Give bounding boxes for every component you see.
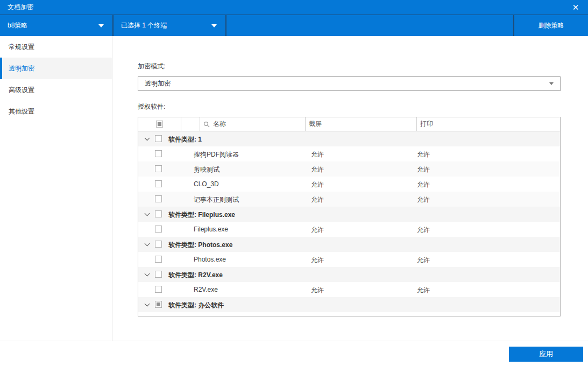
footer: 应用: [0, 341, 588, 366]
main-content: 加密模式: 透明加密 授权软件: 名称 截屏: [112, 36, 588, 341]
table-row[interactable]: WPS Office允许允许: [138, 312, 560, 316]
table-row[interactable]: 搜狗PDF阅读器允许允许: [138, 146, 560, 161]
table-row[interactable]: Fileplus.exe允许允许: [138, 222, 560, 237]
encrypt-mode-value: 透明加密: [145, 79, 171, 88]
column-header-screenshot: 截屏: [309, 119, 322, 129]
app-body: 常规设置 透明加密 高级设置 其他设置 加密模式: 透明加密 授权软件:: [0, 36, 588, 341]
sidebar-item-advanced[interactable]: 高级设置: [0, 79, 112, 101]
table-row[interactable]: R2V.exe允许允许: [138, 282, 560, 297]
software-name: 搜狗PDF阅读器: [194, 150, 239, 159]
row-checkbox[interactable]: [155, 180, 162, 187]
group-row[interactable]: 软件类型: 1: [138, 131, 560, 146]
software-table: 名称 截屏 打印 软件类型: 1搜狗PDF阅读器允许允许剪映测试允许允许CLO_…: [138, 117, 561, 316]
toolbar-spacer: [225, 15, 513, 36]
table-row[interactable]: 记事本正则测试允许允许: [138, 192, 560, 207]
chevron-down-icon[interactable]: [145, 271, 150, 277]
software-name: WPS Office: [194, 316, 227, 316]
screenshot-permission[interactable]: 允许: [311, 316, 324, 316]
print-permission[interactable]: 允许: [417, 256, 430, 265]
chevron-down-icon[interactable]: [145, 241, 150, 247]
encrypt-mode-label: 加密模式:: [138, 62, 561, 71]
header-print-cell[interactable]: 打印: [417, 117, 560, 131]
row-checkbox[interactable]: [155, 150, 162, 157]
select-all-checkbox[interactable]: [156, 121, 163, 128]
group-row[interactable]: 软件类型: 办公软件: [138, 297, 560, 312]
software-name: 剪映测试: [194, 165, 219, 174]
row-checkbox[interactable]: [155, 195, 162, 202]
group-row[interactable]: 软件类型: Photos.exe: [138, 237, 560, 252]
table-header: 名称 截屏 打印: [138, 117, 560, 131]
group-label: 软件类型: Photos.exe: [168, 241, 232, 250]
group-row[interactable]: 软件类型: R2V.exe: [138, 267, 560, 282]
policy-dropdown-label: b8策略: [8, 21, 27, 30]
group-checkbox[interactable]: [155, 241, 162, 248]
search-icon: [203, 121, 210, 128]
table-row[interactable]: 剪映测试允许允许: [138, 161, 560, 177]
chevron-down-icon: [98, 24, 104, 27]
sidebar-item-other[interactable]: 其他设置: [0, 101, 112, 122]
row-checkbox[interactable]: [155, 165, 162, 172]
print-permission[interactable]: 允许: [417, 150, 430, 159]
column-header-print: 打印: [420, 119, 433, 129]
software-name: 记事本正则测试: [194, 195, 239, 205]
header-checkbox-cell: [138, 117, 181, 131]
sidebar: 常规设置 透明加密 高级设置 其他设置: [0, 36, 112, 341]
policy-dropdown[interactable]: b8策略: [0, 15, 112, 36]
screenshot-permission[interactable]: 允许: [311, 150, 324, 159]
chevron-down-icon[interactable]: [145, 211, 150, 216]
group-label: 软件类型: R2V.exe: [168, 271, 223, 280]
print-permission[interactable]: 允许: [417, 165, 430, 174]
header-gap-cell: [181, 117, 200, 131]
table-body: 软件类型: 1搜狗PDF阅读器允许允许剪映测试允许允许CLO_3D允许允许记事本…: [138, 131, 560, 316]
window-title: 文档加密: [8, 3, 33, 12]
group-checkbox[interactable]: [155, 271, 162, 278]
print-permission[interactable]: 允许: [417, 226, 430, 235]
apply-button[interactable]: 应用: [509, 347, 583, 362]
screenshot-permission[interactable]: 允许: [311, 180, 324, 189]
screenshot-permission[interactable]: 允许: [311, 226, 324, 235]
row-checkbox[interactable]: [155, 316, 162, 316]
software-name: CLO_3D: [194, 180, 219, 188]
group-checkbox[interactable]: [155, 301, 162, 308]
header-name-cell[interactable]: 名称: [200, 117, 306, 131]
chevron-down-icon: [549, 82, 554, 85]
group-label: 软件类型: Fileplus.exe: [168, 210, 235, 220]
software-name: Fileplus.exe: [194, 226, 228, 233]
sidebar-item-transparent-encrypt[interactable]: 透明加密: [0, 58, 112, 79]
delete-policy-button[interactable]: 删除策略: [513, 15, 588, 36]
group-label: 软件类型: 办公软件: [168, 301, 224, 310]
screenshot-permission[interactable]: 允许: [311, 286, 324, 295]
toolbar: b8策略 已选择 1 个终端 删除策略: [0, 15, 588, 36]
header-screenshot-cell[interactable]: 截屏: [306, 117, 417, 131]
table-row[interactable]: Photos.exe允许允许: [138, 252, 560, 267]
column-header-name: 名称: [213, 119, 226, 129]
row-checkbox[interactable]: [155, 226, 162, 233]
authorized-software-label: 授权软件:: [138, 102, 561, 111]
print-permission[interactable]: 允许: [417, 316, 430, 316]
print-permission[interactable]: 允许: [417, 286, 430, 295]
print-permission[interactable]: 允许: [417, 180, 430, 189]
screenshot-permission[interactable]: 允许: [311, 256, 324, 265]
screenshot-permission[interactable]: 允许: [311, 165, 324, 174]
group-checkbox[interactable]: [155, 135, 162, 142]
row-checkbox[interactable]: [155, 256, 162, 263]
window-titlebar: 文档加密 ✕: [0, 0, 588, 15]
encrypt-mode-select[interactable]: 透明加密: [138, 76, 561, 91]
software-name: R2V.exe: [194, 286, 218, 293]
close-icon[interactable]: ✕: [570, 2, 582, 13]
chevron-down-icon[interactable]: [145, 136, 150, 141]
screenshot-permission[interactable]: 允许: [311, 195, 324, 205]
software-name: Photos.exe: [194, 256, 226, 263]
terminal-dropdown-label: 已选择 1 个终端: [121, 21, 167, 30]
table-row[interactable]: CLO_3D允许允许: [138, 177, 560, 192]
chevron-down-icon: [211, 24, 217, 27]
group-row[interactable]: 软件类型: Fileplus.exe: [138, 207, 560, 222]
terminal-dropdown[interactable]: 已选择 1 个终端: [112, 15, 225, 36]
print-permission[interactable]: 允许: [417, 195, 430, 205]
group-label: 软件类型: 1: [168, 135, 202, 144]
group-checkbox[interactable]: [155, 210, 162, 217]
sidebar-item-general[interactable]: 常规设置: [0, 36, 112, 58]
row-checkbox[interactable]: [155, 286, 162, 293]
chevron-down-icon[interactable]: [145, 301, 150, 307]
